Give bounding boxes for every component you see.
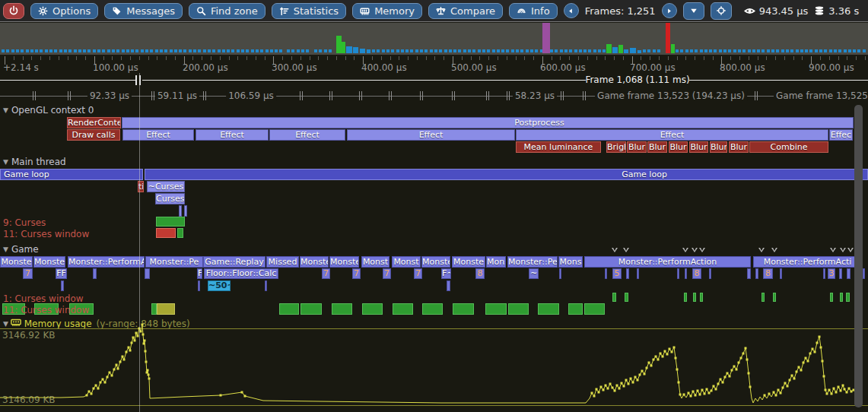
message-marker-icon[interactable] <box>682 248 688 252</box>
zone-bar[interactable]: 8 <box>692 268 701 279</box>
zone-bar[interactable] <box>839 268 842 279</box>
zone-bar[interactable] <box>761 293 765 302</box>
statistics-button[interactable]: Statistics <box>272 3 346 19</box>
frame-separator-label[interactable]: 106.59 µs <box>226 90 276 101</box>
zone-bar[interactable]: Blur <box>689 141 708 153</box>
zone-bar[interactable] <box>177 228 183 238</box>
zone-bar[interactable] <box>184 205 187 217</box>
plot-row-label[interactable]: 1: Curses window <box>3 293 84 304</box>
histogram-bar[interactable] <box>542 23 550 53</box>
zone-bar[interactable]: Monste <box>329 256 359 268</box>
zone-bar[interactable]: Game::Replay <box>203 256 265 268</box>
zone-bar[interactable] <box>605 268 607 279</box>
zone-bar[interactable] <box>685 268 687 279</box>
message-marker-icon[interactable] <box>623 248 629 252</box>
zone-bar[interactable] <box>453 303 474 315</box>
zone-bar[interactable]: F~ <box>441 268 451 279</box>
message-marker-icon[interactable] <box>830 248 836 252</box>
histogram-bar[interactable] <box>336 36 342 53</box>
zone-bar[interactable]: 7 <box>322 268 330 279</box>
zone-bar[interactable] <box>61 280 64 291</box>
zone-bar[interactable]: Monst <box>392 256 421 268</box>
plot-row-label[interactable]: 11: Curses window <box>3 229 89 239</box>
message-marker-icon[interactable] <box>847 248 854 252</box>
zone-bar[interactable]: F <box>197 268 202 279</box>
zone-bar[interactable]: 7 <box>23 268 33 279</box>
zone-bar[interactable]: Blur <box>729 141 749 153</box>
histogram-bar[interactable] <box>367 49 370 53</box>
zone-bar[interactable] <box>179 205 182 217</box>
zone-bar[interactable]: 7 <box>414 268 422 279</box>
zone-bar[interactable]: 5 <box>612 268 622 279</box>
zone-bar[interactable]: Effect <box>516 129 828 141</box>
zone-bar[interactable] <box>279 303 299 315</box>
frame-separator-label[interactable]: Game frame 13,523 (194.23 µs) <box>595 90 747 101</box>
zone-bar[interactable] <box>265 280 267 291</box>
zone-bar[interactable]: Monste <box>452 256 485 268</box>
vertical-scrollbar[interactable] <box>854 105 863 407</box>
info-button[interactable]: Info <box>509 3 558 19</box>
zone-bar[interactable]: Curses <box>155 193 185 204</box>
section-header-main-thread[interactable]: ▼Main thread <box>3 157 66 167</box>
zone-bar[interactable] <box>447 280 450 291</box>
zone-bar[interactable] <box>151 303 157 315</box>
histogram-bar[interactable] <box>618 45 623 53</box>
zone-bar[interactable]: Mean luminance <box>516 141 601 153</box>
zone-bar[interactable] <box>626 268 629 279</box>
histogram-bar[interactable] <box>612 47 618 53</box>
frame-separator-label[interactable]: 92.33 µs <box>87 90 132 101</box>
zone-bar[interactable]: ~50~ <box>208 280 231 291</box>
histogram-bar[interactable] <box>342 42 345 53</box>
zone-bar[interactable]: Effect <box>269 129 345 141</box>
zone-bar[interactable]: Monster::PerformAction <box>584 256 751 268</box>
zone-bar[interactable] <box>847 268 851 279</box>
zone-bar[interactable]: Monste <box>33 256 65 268</box>
histogram-bar[interactable] <box>630 48 636 53</box>
section-header-opengl[interactable]: ▼OpenGL context 0 <box>3 105 94 116</box>
histogram-bar[interactable] <box>606 44 612 53</box>
zone-bar[interactable] <box>584 303 605 315</box>
zone-bar[interactable]: Postprocess <box>122 117 854 128</box>
zone-bar[interactable]: FF <box>56 268 67 279</box>
histogram-bar[interactable] <box>637 50 641 53</box>
zone-bar[interactable] <box>393 303 413 315</box>
zone-bar[interactable]: Monster::PerformActi <box>753 256 862 268</box>
zone-bar[interactable]: Monste <box>0 256 33 268</box>
zone-bar[interactable] <box>755 268 758 279</box>
section-header-game[interactable]: ▼Game <box>3 244 39 255</box>
zone-bar[interactable] <box>362 303 383 315</box>
plot-row-label[interactable]: 11: Curses window <box>3 305 89 315</box>
zone-bar[interactable]: Monster::PerformA <box>68 256 145 268</box>
frame-overview-histogram[interactable] <box>0 23 868 55</box>
options-button[interactable]: Options <box>30 3 98 19</box>
zone-bar[interactable]: Blur <box>710 141 727 153</box>
memory-usage-plot[interactable] <box>0 318 868 412</box>
zone-bar[interactable]: Effect <box>196 129 269 141</box>
zone-bar[interactable] <box>830 293 833 302</box>
histogram-bar[interactable] <box>671 44 675 53</box>
zone-bar[interactable] <box>93 268 97 279</box>
frame-separator-label[interactable]: 59.11 µs <box>155 90 199 101</box>
zone-bar[interactable]: Game loop <box>0 169 143 180</box>
histogram-bar[interactable] <box>360 49 365 53</box>
zone-bar[interactable] <box>300 303 322 315</box>
zone-bar[interactable]: Blur <box>669 141 688 153</box>
zone-bar[interactable]: Monste <box>300 256 329 268</box>
zone-bar[interactable]: ~ <box>529 268 539 279</box>
zone-bar[interactable] <box>198 280 200 291</box>
zone-bar[interactable]: Game loop <box>145 169 868 180</box>
zone-bar[interactable] <box>145 268 150 279</box>
zone-bar[interactable]: 8 <box>475 268 485 279</box>
prev-frame-button[interactable] <box>564 3 579 18</box>
histogram-bar[interactable] <box>353 47 358 53</box>
message-marker-icon[interactable] <box>612 248 618 252</box>
zone-bar[interactable]: Monster::Pe <box>145 256 203 268</box>
zone-bar[interactable] <box>846 293 850 302</box>
zone-bar[interactable]: 3 <box>828 268 835 279</box>
message-marker-icon[interactable] <box>758 248 765 252</box>
messages-button[interactable]: Messages <box>104 3 183 19</box>
frame-label[interactable]: Frame 1,068 (1.11 ms) <box>585 74 689 85</box>
collapse-button[interactable] <box>683 2 704 20</box>
message-marker-icon[interactable] <box>692 248 698 252</box>
zone-bar[interactable] <box>612 293 616 302</box>
